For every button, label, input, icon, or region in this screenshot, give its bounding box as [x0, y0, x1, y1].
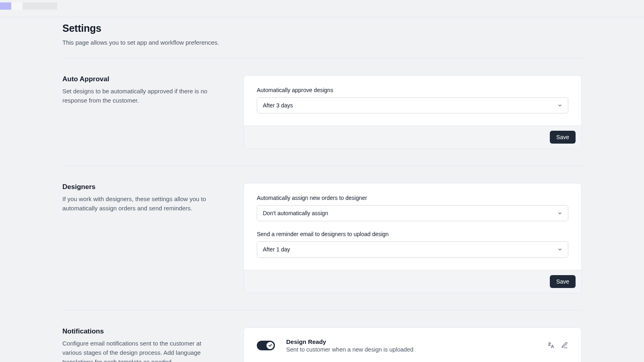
toggle-design-ready[interactable] [257, 341, 275, 350]
save-button-designers[interactable]: Save [550, 275, 576, 288]
section-title-auto-approval: Auto Approval [62, 75, 219, 83]
label-assign: Automatically assign new orders to desig… [257, 195, 568, 201]
label-auto-approve: Automatically approve designs [257, 87, 568, 93]
section-auto-approval: Auto Approval Set designs to be automati… [62, 58, 582, 166]
notification-title: Design Ready [286, 338, 535, 345]
topbar-divider [0, 17, 644, 17]
section-title-notifications: Notifications [62, 327, 219, 335]
section-title-designers: Designers [62, 183, 219, 191]
section-desc-notifications: Configure email notifications sent to th… [62, 339, 219, 362]
edit-icon[interactable] [560, 341, 568, 350]
card-auto-approval: Automatically approve designs After 3 da… [244, 75, 582, 149]
notification-row: Design Ready Sent to customer when a new… [244, 328, 581, 362]
page-subtitle: This page allows you to set app and work… [62, 39, 582, 46]
select-assign[interactable]: Don't automatically assign [257, 205, 568, 221]
section-notifications: Notifications Configure email notificati… [62, 311, 582, 362]
select-reminder[interactable]: After 1 day [257, 241, 568, 257]
page-title: Settings [62, 23, 582, 34]
section-desc-auto-approval: Set designs to be automatically approved… [62, 86, 219, 105]
select-auto-approve[interactable]: After 3 days [257, 97, 568, 113]
translate-icon[interactable] [547, 341, 555, 350]
section-desc-designers: If you work with designers, these settin… [62, 194, 219, 213]
notification-desc: Sent to customer when a new design is up… [286, 346, 535, 353]
section-designers: Designers If you work with designers, th… [62, 166, 582, 310]
label-reminder: Send a reminder email to designers to up… [257, 231, 568, 237]
card-notifications: Design Ready Sent to customer when a new… [244, 327, 582, 362]
save-button-auto-approval[interactable]: Save [550, 131, 576, 144]
loading-indicator [0, 2, 64, 10]
card-designers: Automatically assign new orders to desig… [244, 183, 582, 293]
